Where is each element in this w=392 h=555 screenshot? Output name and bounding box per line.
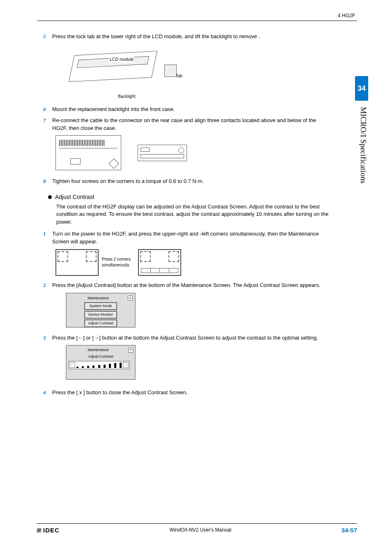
step-text: Press the lock tab at the lower right of… bbox=[52, 33, 330, 41]
step-2b: 2 Press the [Adjust Contrast] button at … bbox=[43, 282, 330, 289]
step-text: Re-connect the cable to the connector on… bbox=[52, 117, 330, 132]
close-button[interactable]: × bbox=[128, 348, 133, 353]
close-button[interactable]: × bbox=[128, 296, 133, 301]
system-mode-button[interactable]: System Mode bbox=[84, 302, 117, 310]
page-footer: IDEC WindO/I-NV2 User's Manual 34-57 bbox=[37, 523, 357, 535]
brand-text: IDEC bbox=[43, 526, 60, 535]
adjust-contrast-heading: Adjust Contrast bbox=[48, 193, 330, 201]
lcd-module-diagram: LCD module Tab Backlight bbox=[64, 45, 187, 98]
step-number: 3 bbox=[43, 334, 52, 342]
contrast-slider: ← → bbox=[68, 361, 130, 369]
chapter-title-vertical: MICRO/I Specifications bbox=[357, 107, 369, 183]
adjust-contrast-subtitle: Adjust Contrast bbox=[68, 354, 133, 359]
bullet-icon bbox=[48, 195, 52, 199]
brand-icon bbox=[37, 528, 41, 532]
step-number: 8 bbox=[43, 178, 52, 185]
chapter-tab: 34 bbox=[355, 76, 368, 101]
press-corners-diagram: Press 2 corners simultaneously. bbox=[55, 249, 330, 276]
contrast-right-button[interactable]: → bbox=[123, 362, 129, 368]
step-3b: 3 Press the [←] or [→] button at the bot… bbox=[43, 334, 330, 342]
brand-logo: IDEC bbox=[37, 526, 60, 535]
step-8: 8 Tighten four screws on the corners to … bbox=[43, 178, 330, 185]
maintenance-screen: Maintenance × System Mode Device Monitor… bbox=[66, 293, 136, 328]
page-number: 34-57 bbox=[341, 526, 357, 535]
step-4b: 4 Press the [ x ] button to close the Ad… bbox=[43, 389, 330, 397]
step-7: 7 Re-connect the cable to the connector … bbox=[43, 117, 330, 132]
step-text: Tighten four screws on the corners to a … bbox=[52, 178, 330, 185]
step-1b: 1 Turn on the power to the HG2F, and pre… bbox=[43, 230, 330, 246]
step-number: 7 bbox=[43, 117, 52, 132]
adjust-contrast-desc: The contrast of the HG2F display can be … bbox=[56, 203, 330, 227]
step-text: Press the [Adjust Contrast] button at th… bbox=[52, 282, 330, 289]
step-text: Press the [←] or [→] button at the botto… bbox=[52, 334, 330, 342]
contrast-bars bbox=[76, 363, 122, 368]
step-text: Mount the replacement backlight into the… bbox=[52, 106, 330, 113]
heading-text: Adjust Contrast bbox=[55, 193, 95, 201]
contrast-left-button[interactable]: ← bbox=[69, 362, 75, 368]
step-text: Press the [ x ] button to close the Adju… bbox=[52, 389, 330, 397]
adjust-contrast-screen: Maintenance × Adjust Contrast ← → bbox=[66, 345, 136, 380]
label-lcd-module: LCD module bbox=[109, 56, 134, 62]
step-number: 1 bbox=[43, 230, 52, 246]
step-6: 6 Mount the replacement backlight into t… bbox=[43, 106, 330, 113]
step-number: 6 bbox=[43, 106, 52, 113]
maintenance-title: Maintenance bbox=[68, 347, 128, 353]
footer-title: WindO/I-NV2 User's Manual bbox=[170, 527, 231, 534]
label-backlight: Backlight bbox=[117, 93, 136, 99]
step-text: Turn on the power to the HG2F, and press… bbox=[52, 230, 330, 246]
device-monitor-button[interactable]: Device Monitor bbox=[84, 311, 117, 319]
adjust-contrast-button[interactable]: Adjust Contrast bbox=[84, 319, 117, 327]
step-number: 2 bbox=[43, 282, 52, 289]
step-number: 4 bbox=[43, 389, 52, 397]
connector-diagram bbox=[55, 135, 330, 170]
header-rule bbox=[37, 21, 357, 21]
press-corners-caption: Press 2 corners simultaneously. bbox=[102, 257, 135, 268]
step-5: 5 Press the lock tab at the lower right … bbox=[43, 33, 330, 41]
main-content: 5 Press the lock tab at the lower right … bbox=[43, 33, 330, 400]
step-number: 5 bbox=[43, 33, 52, 41]
maintenance-title: Maintenance bbox=[69, 296, 128, 301]
header-section-label: 4 HG2F bbox=[338, 12, 355, 19]
